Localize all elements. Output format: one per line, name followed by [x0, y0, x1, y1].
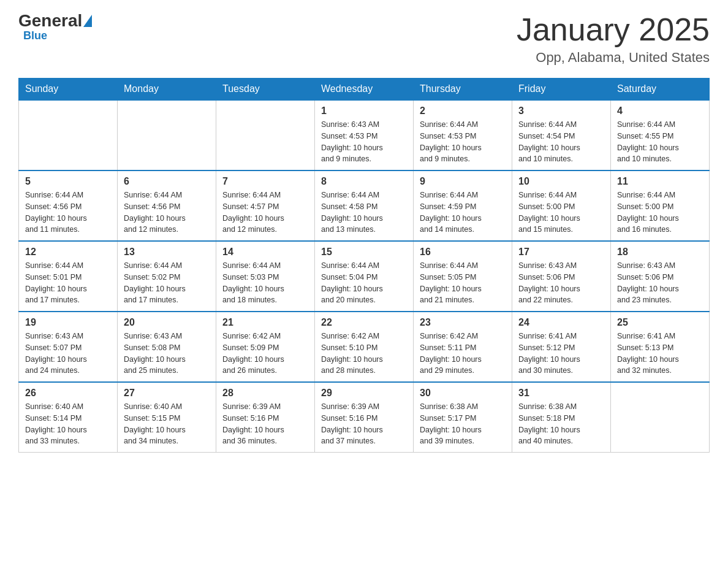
calendar-week-2: 5Sunrise: 6:44 AM Sunset: 4:56 PM Daylig… — [19, 170, 710, 241]
calendar-cell: 21Sunrise: 6:42 AM Sunset: 5:09 PM Dayli… — [216, 312, 315, 382]
day-info: Sunrise: 6:42 AM Sunset: 5:10 PM Dayligh… — [321, 331, 407, 377]
calendar-cell: 19Sunrise: 6:43 AM Sunset: 5:07 PM Dayli… — [19, 312, 118, 382]
day-number: 20 — [124, 317, 210, 328]
day-number: 10 — [518, 176, 604, 187]
day-number: 24 — [518, 317, 604, 328]
calendar-header: SundayMondayTuesdayWednesdayThursdayFrid… — [19, 79, 710, 101]
day-number: 11 — [617, 176, 703, 187]
day-of-week-wednesday: Wednesday — [315, 79, 414, 101]
day-info: Sunrise: 6:44 AM Sunset: 5:02 PM Dayligh… — [124, 260, 210, 306]
day-number: 5 — [25, 176, 111, 187]
calendar-cell: 22Sunrise: 6:42 AM Sunset: 5:10 PM Dayli… — [315, 312, 414, 382]
calendar-week-4: 19Sunrise: 6:43 AM Sunset: 5:07 PM Dayli… — [19, 312, 710, 382]
day-info: Sunrise: 6:41 AM Sunset: 5:12 PM Dayligh… — [518, 331, 604, 377]
day-info: Sunrise: 6:40 AM Sunset: 5:15 PM Dayligh… — [124, 401, 210, 447]
day-number: 3 — [518, 105, 604, 117]
calendar-cell: 15Sunrise: 6:44 AM Sunset: 5:04 PM Dayli… — [315, 241, 414, 312]
calendar-cell: 6Sunrise: 6:44 AM Sunset: 4:56 PM Daylig… — [118, 170, 216, 241]
day-info: Sunrise: 6:43 AM Sunset: 4:53 PM Dayligh… — [321, 119, 407, 165]
logo: General Blue — [18, 12, 93, 42]
day-info: Sunrise: 6:44 AM Sunset: 4:56 PM Dayligh… — [25, 190, 111, 236]
calendar-cell — [611, 382, 710, 453]
calendar-cell: 17Sunrise: 6:43 AM Sunset: 5:06 PM Dayli… — [512, 241, 611, 312]
calendar-cell: 30Sunrise: 6:38 AM Sunset: 5:17 PM Dayli… — [414, 382, 512, 453]
day-info: Sunrise: 6:38 AM Sunset: 5:17 PM Dayligh… — [420, 401, 506, 447]
calendar-week-3: 12Sunrise: 6:44 AM Sunset: 5:01 PM Dayli… — [19, 241, 710, 312]
calendar-cell: 10Sunrise: 6:44 AM Sunset: 5:00 PM Dayli… — [512, 170, 611, 241]
calendar-cell: 5Sunrise: 6:44 AM Sunset: 4:56 PM Daylig… — [19, 170, 118, 241]
calendar-cell — [216, 100, 315, 170]
day-info: Sunrise: 6:43 AM Sunset: 5:07 PM Dayligh… — [25, 331, 111, 377]
day-number: 22 — [321, 317, 407, 328]
day-info: Sunrise: 6:44 AM Sunset: 5:00 PM Dayligh… — [617, 190, 703, 236]
day-number: 12 — [25, 247, 111, 258]
day-info: Sunrise: 6:44 AM Sunset: 4:56 PM Dayligh… — [124, 190, 210, 236]
day-info: Sunrise: 6:39 AM Sunset: 5:16 PM Dayligh… — [222, 401, 308, 447]
day-number: 15 — [321, 247, 407, 258]
day-info: Sunrise: 6:43 AM Sunset: 5:06 PM Dayligh… — [518, 260, 604, 306]
day-number: 26 — [25, 388, 111, 399]
page-subtitle: Opp, Alabama, United States — [517, 50, 710, 66]
calendar-cell: 20Sunrise: 6:43 AM Sunset: 5:08 PM Dayli… — [118, 312, 216, 382]
day-info: Sunrise: 6:42 AM Sunset: 5:11 PM Dayligh… — [420, 331, 506, 377]
day-number: 4 — [617, 105, 703, 117]
day-info: Sunrise: 6:44 AM Sunset: 4:58 PM Dayligh… — [321, 190, 407, 236]
day-number: 13 — [124, 247, 210, 258]
day-number: 16 — [420, 247, 506, 258]
day-number: 18 — [617, 247, 703, 258]
day-number: 19 — [25, 317, 111, 328]
day-number: 25 — [617, 317, 703, 328]
day-of-week-tuesday: Tuesday — [216, 79, 315, 101]
day-of-week-sunday: Sunday — [19, 79, 118, 101]
logo-triangle-icon — [83, 15, 92, 27]
day-info: Sunrise: 6:41 AM Sunset: 5:13 PM Dayligh… — [617, 331, 703, 377]
day-info: Sunrise: 6:42 AM Sunset: 5:09 PM Dayligh… — [222, 331, 308, 377]
day-number: 14 — [222, 247, 308, 258]
day-number: 6 — [124, 176, 210, 187]
calendar-cell: 31Sunrise: 6:38 AM Sunset: 5:18 PM Dayli… — [512, 382, 611, 453]
day-info: Sunrise: 6:43 AM Sunset: 5:06 PM Dayligh… — [617, 260, 703, 306]
day-info: Sunrise: 6:44 AM Sunset: 4:55 PM Dayligh… — [617, 119, 703, 165]
day-of-week-saturday: Saturday — [611, 79, 710, 101]
calendar-cell: 14Sunrise: 6:44 AM Sunset: 5:03 PM Dayli… — [216, 241, 315, 312]
day-number: 17 — [518, 247, 604, 258]
page-title: January 2025 — [517, 12, 710, 47]
day-number: 30 — [420, 388, 506, 399]
logo-blue: Blue — [23, 29, 47, 42]
day-number: 1 — [321, 105, 407, 117]
day-info: Sunrise: 6:44 AM Sunset: 5:01 PM Dayligh… — [25, 260, 111, 306]
calendar-cell — [118, 100, 216, 170]
day-of-week-monday: Monday — [118, 79, 216, 101]
day-info: Sunrise: 6:44 AM Sunset: 4:57 PM Dayligh… — [222, 190, 308, 236]
day-info: Sunrise: 6:44 AM Sunset: 5:05 PM Dayligh… — [420, 260, 506, 306]
calendar-cell: 11Sunrise: 6:44 AM Sunset: 5:00 PM Dayli… — [611, 170, 710, 241]
calendar-cell: 8Sunrise: 6:44 AM Sunset: 4:58 PM Daylig… — [315, 170, 414, 241]
day-number: 2 — [420, 105, 506, 117]
day-of-week-friday: Friday — [512, 79, 611, 101]
title-section: January 2025 Opp, Alabama, United States — [517, 12, 710, 66]
day-info: Sunrise: 6:43 AM Sunset: 5:08 PM Dayligh… — [124, 331, 210, 377]
calendar-cell: 4Sunrise: 6:44 AM Sunset: 4:55 PM Daylig… — [611, 100, 710, 170]
day-info: Sunrise: 6:44 AM Sunset: 4:59 PM Dayligh… — [420, 190, 506, 236]
day-number: 7 — [222, 176, 308, 187]
day-number: 27 — [124, 388, 210, 399]
calendar-cell: 25Sunrise: 6:41 AM Sunset: 5:13 PM Dayli… — [611, 312, 710, 382]
day-info: Sunrise: 6:38 AM Sunset: 5:18 PM Dayligh… — [518, 401, 604, 447]
day-info: Sunrise: 6:44 AM Sunset: 5:04 PM Dayligh… — [321, 260, 407, 306]
day-info: Sunrise: 6:44 AM Sunset: 5:03 PM Dayligh… — [222, 260, 308, 306]
day-info: Sunrise: 6:44 AM Sunset: 4:53 PM Dayligh… — [420, 119, 506, 165]
calendar-cell — [19, 100, 118, 170]
logo-general: General — [18, 12, 82, 29]
calendar-cell: 12Sunrise: 6:44 AM Sunset: 5:01 PM Dayli… — [19, 241, 118, 312]
calendar-cell: 9Sunrise: 6:44 AM Sunset: 4:59 PM Daylig… — [414, 170, 512, 241]
calendar-cell: 24Sunrise: 6:41 AM Sunset: 5:12 PM Dayli… — [512, 312, 611, 382]
day-of-week-thursday: Thursday — [414, 79, 512, 101]
calendar-cell: 27Sunrise: 6:40 AM Sunset: 5:15 PM Dayli… — [118, 382, 216, 453]
day-number: 8 — [321, 176, 407, 187]
calendar-week-5: 26Sunrise: 6:40 AM Sunset: 5:14 PM Dayli… — [19, 382, 710, 453]
calendar-cell: 13Sunrise: 6:44 AM Sunset: 5:02 PM Dayli… — [118, 241, 216, 312]
calendar-cell: 29Sunrise: 6:39 AM Sunset: 5:16 PM Dayli… — [315, 382, 414, 453]
day-number: 23 — [420, 317, 506, 328]
day-info: Sunrise: 6:39 AM Sunset: 5:16 PM Dayligh… — [321, 401, 407, 447]
day-number: 28 — [222, 388, 308, 399]
